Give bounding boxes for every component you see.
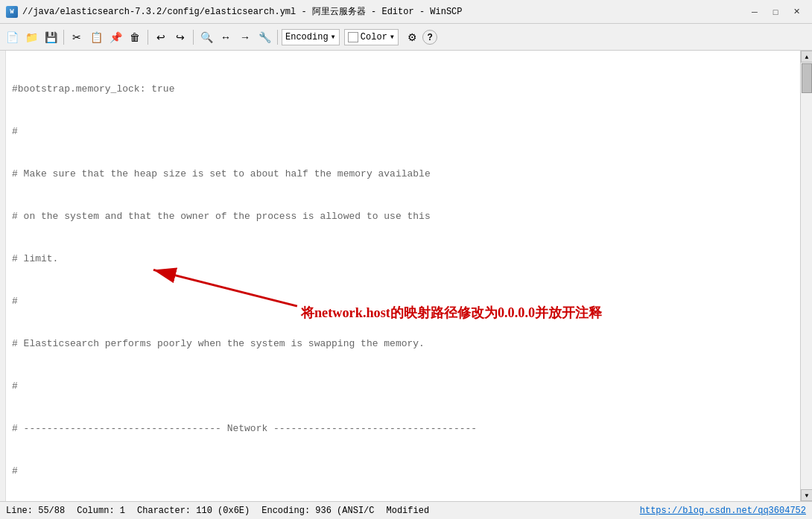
find-button[interactable]: 🔍 [197, 28, 215, 46]
editor[interactable]: #bootstrap.memory_lock: true # # Make su… [6, 51, 800, 501]
paste-button[interactable]: 📌 [107, 28, 124, 46]
new-button[interactable]: 📄 [3, 28, 21, 46]
line-4: # on the system and that the owner of th… [12, 209, 794, 223]
editor-content: #bootstrap.memory_lock: true # # Make su… [6, 51, 800, 501]
goto-button[interactable]: → [236, 28, 254, 46]
status-column: Column: 1 [77, 506, 125, 516]
scroll-up-button[interactable]: ▲ [801, 51, 812, 63]
close-button[interactable]: ✕ [787, 4, 806, 19]
maximize-button[interactable]: □ [766, 4, 785, 19]
scrollbar-thumb[interactable] [802, 63, 812, 93]
delete-button[interactable]: 🗑 [126, 28, 144, 46]
window-title: //java/elasticsearch-7.3.2/config/elasti… [22, 5, 462, 18]
minimize-button[interactable]: ─ [745, 4, 764, 19]
sep4 [277, 30, 278, 45]
status-encoding: Encoding: 936 (ANSI/C [261, 506, 374, 516]
encoding-dropdown-arrow: ▾ [331, 31, 336, 42]
sep3 [193, 30, 194, 45]
status-link[interactable]: https://blog.csdn.net/qq3604752 [640, 506, 806, 516]
main-area: #bootstrap.memory_lock: true # # Make su… [0, 51, 812, 501]
line-2: # [12, 124, 794, 138]
title-bar: W //java/elasticsearch-7.3.2/config/elas… [0, 0, 812, 24]
line-1: #bootstrap.memory_lock: true [12, 82, 794, 96]
app-icon: W [6, 6, 18, 18]
line-6: # [12, 294, 794, 308]
line-10: # [12, 464, 794, 478]
sep2 [148, 30, 148, 45]
help-button[interactable]: ? [422, 30, 437, 45]
color-dropdown[interactable]: Color ▾ [344, 29, 399, 45]
line-5: # limit. [12, 252, 794, 266]
undo-button[interactable]: ↩ [152, 28, 170, 46]
color-label: Color [361, 32, 387, 42]
tools-button[interactable]: 🔧 [256, 28, 273, 46]
color-swatch [348, 32, 358, 42]
title-bar-left: W //java/elasticsearch-7.3.2/config/elas… [6, 5, 462, 18]
line-8: # [12, 379, 794, 393]
line-7: # Elasticsearch performs poorly when the… [12, 337, 794, 351]
scrollbar-track[interactable] [801, 63, 812, 489]
status-bar: Line: 55/88 Column: 1 Character: 110 (0x… [0, 501, 812, 519]
encoding-dropdown[interactable]: Encoding ▾ [282, 29, 340, 45]
status-line: Line: 55/88 [6, 506, 65, 516]
status-modified: Modified [387, 506, 430, 516]
line-3: # Make sure that the heap size is set to… [12, 167, 794, 181]
cut-button[interactable]: ✂ [68, 28, 86, 46]
open-button[interactable]: 📁 [22, 28, 40, 46]
line-9: # ---------------------------------- Net… [12, 421, 794, 436]
color-dropdown-arrow: ▾ [390, 31, 395, 42]
status-character: Character: 110 (0x6E) [137, 506, 250, 516]
left-gutter [0, 51, 6, 501]
encoding-label: Encoding [285, 32, 329, 42]
sep1 [63, 30, 64, 45]
vertical-scrollbar[interactable]: ▲ ▼ [800, 51, 812, 501]
settings-button[interactable]: ⚙ [403, 28, 421, 46]
replace-button[interactable]: ↔ [217, 28, 235, 46]
save-button[interactable]: 💾 [42, 28, 60, 46]
title-bar-controls: ─ □ ✕ [745, 4, 806, 19]
toolbar: 📄 📁 💾 ✂ 📋 📌 🗑 ↩ ↪ 🔍 ↔ → 🔧 Encoding ▾ Col… [0, 24, 812, 51]
copy-button[interactable]: 📋 [87, 28, 105, 46]
scroll-down-button[interactable]: ▼ [801, 489, 812, 501]
redo-button[interactable]: ↪ [171, 28, 189, 46]
